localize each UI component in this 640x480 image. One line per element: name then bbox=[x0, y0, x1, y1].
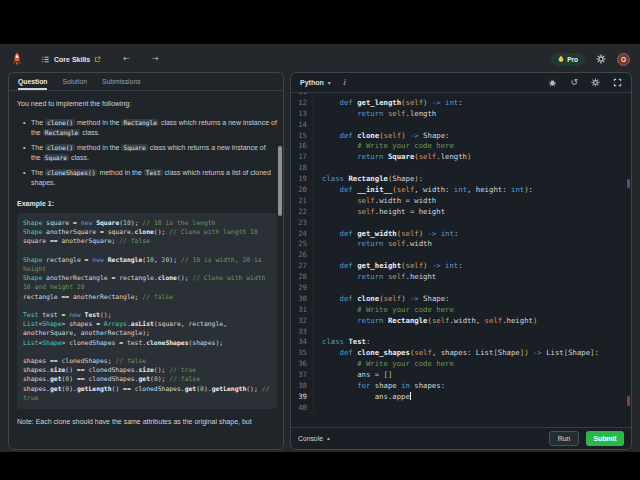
editor-line[interactable]: 17 return Square(self.length) bbox=[291, 152, 631, 163]
code-line bbox=[23, 247, 271, 256]
code-line: List<Shape> clonedShapes = test.cloneSha… bbox=[23, 339, 271, 348]
requirement-item: The cloneShapes() method in the Test cla… bbox=[23, 168, 277, 187]
pro-badge[interactable]: Pro bbox=[551, 53, 585, 66]
editor-line[interactable]: 25 return self.width bbox=[291, 239, 631, 250]
fullscreen-icon bbox=[613, 78, 622, 87]
line-number: 40 bbox=[291, 403, 313, 414]
editor-footer: Console ▴ Run Submit bbox=[291, 427, 631, 449]
breadcrumb[interactable]: Core Skills bbox=[41, 55, 101, 64]
editor-line[interactable]: 34class Test: bbox=[291, 337, 631, 348]
editor-line[interactable]: 26 bbox=[291, 250, 631, 261]
question-scrollbar[interactable] bbox=[278, 146, 282, 216]
editor-line[interactable]: 30 def clone(self) -> Shape: bbox=[291, 294, 631, 305]
editor-line[interactable]: 13 return self.length bbox=[291, 109, 631, 120]
editor-line[interactable]: 36 # Write your code here bbox=[291, 359, 631, 370]
editor-line[interactable]: 37 ans = [] bbox=[291, 370, 631, 381]
run-button[interactable]: Run bbox=[549, 431, 579, 446]
code-line: shapes.size() == clonedShapes.size(); //… bbox=[23, 366, 271, 375]
flame-icon bbox=[558, 55, 564, 63]
line-number: 15 bbox=[291, 131, 313, 142]
editor-line[interactable]: 18 bbox=[291, 163, 631, 174]
code-line: Shape anotherSquare = square.clone(); //… bbox=[23, 228, 271, 237]
code-line: shapes == clonedShapes; // false bbox=[23, 357, 271, 366]
forward-button[interactable]: → bbox=[152, 55, 159, 63]
language-selector[interactable]: Python ▾ bbox=[300, 79, 331, 86]
code-line: List<Shape> shapes = Arrays.asList(squar… bbox=[23, 320, 271, 338]
settings-button[interactable] bbox=[596, 54, 606, 64]
editor-toolbar: ↺ bbox=[548, 78, 622, 87]
line-number: 24 bbox=[291, 229, 313, 240]
back-button[interactable]: ← bbox=[123, 55, 130, 63]
panels-container: QuestionSolutionSubmissions You need to … bbox=[8, 72, 632, 450]
line-number: 33 bbox=[291, 327, 313, 338]
code-line: square == anotherSquare; // false bbox=[23, 237, 271, 246]
submit-button[interactable]: Submit bbox=[586, 431, 624, 446]
tab-solution[interactable]: Solution bbox=[62, 73, 87, 90]
line-number: 21 bbox=[291, 196, 313, 207]
editor-line[interactable]: 14 bbox=[291, 120, 631, 131]
list-icon bbox=[41, 55, 50, 64]
external-link-icon bbox=[94, 56, 101, 63]
language-label: Python bbox=[300, 79, 324, 86]
console-label: Console bbox=[298, 435, 323, 442]
line-number: 39 bbox=[291, 392, 313, 403]
editor-line[interactable]: 35 def clone_shapes(self, shapes: List[S… bbox=[291, 348, 631, 359]
console-toggle[interactable]: Console ▴ bbox=[298, 435, 330, 442]
requirements-list: The clone() method in the Rectangle clas… bbox=[23, 118, 277, 187]
editor-line[interactable]: 28 return self.height bbox=[291, 272, 631, 283]
editor-line[interactable]: 38 for shape in shapes: bbox=[291, 381, 631, 392]
line-number: 16 bbox=[291, 141, 313, 152]
line-number: 17 bbox=[291, 152, 313, 163]
line-number: 22 bbox=[291, 207, 313, 218]
editor-line[interactable]: 16 # Write your code here bbox=[291, 141, 631, 152]
editor-line[interactable]: 31 # Write your code here bbox=[291, 305, 631, 316]
intro-text: You need to implement the following: bbox=[17, 99, 277, 108]
tab-question[interactable]: Question bbox=[18, 73, 47, 90]
editor-line[interactable]: 12 def get_length(self) -> int: bbox=[291, 98, 631, 109]
app-window: Core Skills ← → bbox=[0, 44, 640, 452]
editor-line[interactable]: 32 return Rectangle(self.width, self.hei… bbox=[291, 316, 631, 327]
editor-line[interactable]: 21 self.width = width bbox=[291, 196, 631, 207]
rocket-logo-icon[interactable] bbox=[10, 52, 23, 67]
line-number: 28 bbox=[291, 272, 313, 283]
question-content[interactable]: You need to implement the following: The… bbox=[9, 91, 283, 449]
editor-line[interactable]: 33 bbox=[291, 327, 631, 338]
editor-line[interactable]: 29 bbox=[291, 283, 631, 294]
navbar-right: Pro O bbox=[551, 53, 630, 66]
editor-line[interactable]: 20 def __init__(self, width: int, height… bbox=[291, 185, 631, 196]
line-number: 32 bbox=[291, 316, 313, 327]
editor-line[interactable]: 27 def get_height(self) -> int: bbox=[291, 261, 631, 272]
line-number: 29 bbox=[291, 283, 313, 294]
editor-line[interactable]: 19class Rectangle(Shape): bbox=[291, 174, 631, 185]
editor-line[interactable]: 23 bbox=[291, 218, 631, 229]
editor-line[interactable]: 15 def clone(self) -> Shape: bbox=[291, 131, 631, 142]
inline-code: Square bbox=[121, 144, 147, 151]
fullscreen-button[interactable] bbox=[613, 78, 622, 87]
requirement-item: The clone() method in the Rectangle clas… bbox=[23, 118, 277, 137]
reset-icon[interactable]: ↺ bbox=[570, 78, 578, 87]
line-number: 14 bbox=[291, 120, 313, 131]
question-panel: QuestionSolutionSubmissions You need to … bbox=[8, 72, 284, 450]
editor-line[interactable]: 22 self.height = height bbox=[291, 207, 631, 218]
code-line: shapes.get(0) == clonedShapes.get(0); //… bbox=[23, 375, 271, 384]
code-line: shapes.get(0).getLength() == clonedShape… bbox=[23, 385, 271, 403]
line-number: 12 bbox=[291, 98, 313, 109]
inline-code: Rectangle bbox=[121, 119, 159, 126]
editor-line[interactable]: 24 def get_width(self) -> int: bbox=[291, 229, 631, 240]
avatar[interactable]: O bbox=[617, 53, 630, 66]
info-icon[interactable]: i bbox=[343, 78, 346, 87]
screen: Core Skills ← → bbox=[0, 0, 640, 480]
code-line bbox=[23, 348, 271, 357]
requirement-item: The clone() method in the Square class w… bbox=[23, 143, 277, 162]
line-number: 34 bbox=[291, 337, 313, 348]
editor-line[interactable]: 39 ans.appe bbox=[291, 392, 631, 403]
line-number: 38 bbox=[291, 381, 313, 392]
editor-settings-button[interactable] bbox=[591, 78, 600, 87]
overview-marker-error bbox=[627, 396, 630, 406]
line-number: 18 bbox=[291, 163, 313, 174]
bug-button[interactable] bbox=[548, 78, 557, 87]
inline-code: clone() bbox=[45, 119, 75, 126]
tab-submissions[interactable]: Submissions bbox=[102, 73, 141, 90]
editor-body[interactable]: 1112 def get_length(self) -> int:13 retu… bbox=[291, 93, 631, 427]
editor-line[interactable]: 40 bbox=[291, 403, 631, 414]
